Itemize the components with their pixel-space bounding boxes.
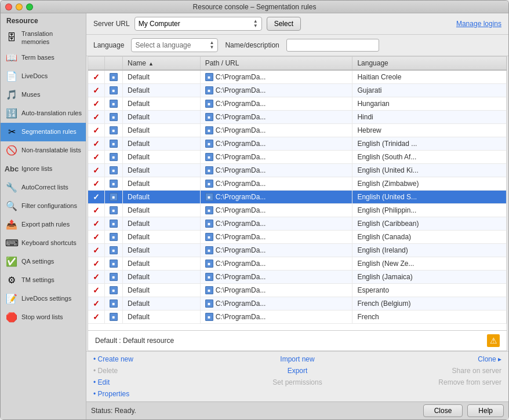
sidebar-item-autocorrect[interactable]: 🔧 AutoCorrect lists	[1, 178, 86, 197]
row-check: ✓	[88, 297, 105, 311]
language-dropdown[interactable]: Select a language ▲ ▼	[131, 38, 218, 52]
table-row[interactable]: ✓■Default■C:\ProgramDa...English (Jamaic…	[88, 271, 507, 284]
keyboard-icon: ⌨	[5, 237, 18, 250]
edit-link[interactable]: Edit	[93, 377, 230, 388]
sidebar-item-export-path[interactable]: 📤 Export path rules	[1, 216, 86, 234]
export-link[interactable]: Export	[230, 366, 366, 376]
row-check: ✓	[88, 111, 105, 124]
close-window-button[interactable]	[5, 3, 12, 10]
row-path: ■C:\ProgramDa...	[200, 97, 352, 111]
ignore-lists-icon: Abc	[5, 163, 18, 176]
table-row[interactable]: ✓■Default■C:\ProgramDa...English (Trinid…	[88, 137, 507, 151]
help-button[interactable]: Help	[467, 404, 504, 417]
sidebar-item-non-translatable[interactable]: 🚫 Non-translatable lists	[1, 141, 86, 160]
table-row[interactable]: ✓■Default■C:\ProgramDa...English (New Ze…	[88, 257, 507, 271]
remove-from-server-link[interactable]: Remove from server	[365, 377, 501, 388]
table-row[interactable]: ✓■Default■C:\ProgramDa...Gujarati	[88, 84, 507, 97]
row-name: Default	[123, 297, 201, 311]
file-icon: ■	[110, 86, 118, 94]
row-path: ■C:\ProgramDa...	[200, 124, 352, 137]
table-row[interactable]: ✓■Default■C:\ProgramDa...English (United…	[88, 164, 507, 177]
row-file-icon: ■	[105, 97, 123, 111]
share-on-server-link[interactable]: Share on server	[365, 366, 501, 376]
file-icon: ■	[110, 273, 118, 281]
segmentation-table: Name▲ Path / URL Language ✓■Default■C:\P…	[88, 56, 507, 331]
file-icon: ■	[110, 220, 118, 228]
file-icon: ■	[110, 140, 118, 148]
select-button[interactable]: Select	[267, 17, 301, 31]
check-mark-icon: ✓	[93, 192, 100, 202]
manage-logins-link[interactable]: Manage logins	[456, 20, 501, 28]
table-row[interactable]: ✓■Default■C:\ProgramDa...English (South …	[88, 151, 507, 164]
table-row[interactable]: ✓■Default■C:\ProgramDa...Haitian Creole	[88, 70, 507, 84]
file-icon: ■	[110, 73, 118, 81]
sidebar-item-muses[interactable]: 🎵 Muses	[1, 86, 86, 104]
row-name: Default	[123, 217, 201, 231]
row-file-icon: ■	[105, 244, 123, 257]
minimize-window-button[interactable]	[16, 3, 23, 10]
row-check: ✓	[88, 124, 105, 137]
table-row[interactable]: ✓■Default■C:\ProgramDa...Esperanto	[88, 284, 507, 297]
check-mark-icon: ✓	[93, 259, 100, 268]
maximize-window-button[interactable]	[26, 3, 33, 10]
row-path: ■C:\ProgramDa...	[200, 151, 352, 164]
row-language: Haitian Creole	[352, 70, 507, 84]
sidebar-item-qa-settings[interactable]: ✅ QA settings	[1, 253, 86, 271]
set-permissions-link[interactable]: Set permissions	[230, 377, 366, 388]
sidebar-item-ignore-lists[interactable]: Abc Ignore lists	[1, 160, 86, 178]
sidebar-item-tm-settings[interactable]: ⚙ TM settings	[1, 271, 86, 290]
sidebar-item-translation-memories[interactable]: 🗄 Translation memories	[1, 27, 86, 49]
table-row[interactable]: ✓■Default■C:\ProgramDa...French (Belgium…	[88, 297, 507, 311]
sidebar-item-label: Translation memories	[21, 30, 82, 46]
row-file-icon: ■	[105, 297, 123, 311]
sidebar-item-keyboard-shortcuts[interactable]: ⌨ Keyboard shortcuts	[1, 234, 86, 253]
row-language: English (Jamaica)	[352, 271, 507, 284]
properties-link[interactable]: Properties	[93, 389, 230, 399]
sidebar: Resource 🗄 Translation memories 📖 Term b…	[1, 13, 86, 419]
row-file-icon: ■	[105, 84, 123, 97]
delete-link[interactable]: Delete	[93, 366, 230, 376]
info-bar-text: Default : Default resource	[95, 337, 174, 345]
row-file-icon: ■	[105, 124, 123, 137]
check-mark-icon: ✓	[93, 179, 100, 188]
table-row[interactable]: ✓■Default■C:\ProgramDa...English (Zimbab…	[88, 177, 507, 191]
check-mark-icon: ✓	[93, 166, 100, 175]
row-name: Default	[123, 164, 201, 177]
sidebar-item-filter-config[interactable]: 🔍 Filter configurations	[1, 197, 86, 216]
row-language: English (United Ki...	[352, 164, 507, 177]
sidebar-item-stop-word-lists[interactable]: 🛑 Stop word lists	[1, 308, 86, 327]
row-language: English (Philippin...	[352, 204, 507, 217]
table-row[interactable]: ✓■Default■C:\ProgramDa...Hindi	[88, 111, 507, 124]
table-row[interactable]: ✓■Default■C:\ProgramDa...English (Caribb…	[88, 217, 507, 231]
content-area: Resource 🗄 Translation memories 📖 Term b…	[1, 13, 508, 419]
table-row[interactable]: ✓■Default■C:\ProgramDa...English (United…	[88, 191, 507, 204]
close-button[interactable]: Close	[423, 404, 463, 417]
table-row[interactable]: ✓■Default■C:\ProgramDa...English (Irelan…	[88, 244, 507, 257]
server-url-select[interactable]: My Computer ▲ ▼	[134, 17, 262, 31]
check-mark-icon: ✓	[93, 286, 100, 295]
sidebar-item-term-bases[interactable]: 📖 Term bases	[1, 49, 86, 67]
create-new-link[interactable]: Create new	[93, 354, 230, 364]
sidebar-item-label: LiveDocs	[21, 72, 48, 80]
sidebar-item-livedocs-settings[interactable]: 📝 LiveDocs settings	[1, 290, 86, 308]
table-row[interactable]: ✓■Default■C:\ProgramDa...English (Canada…	[88, 231, 507, 244]
muses-icon: 🎵	[5, 89, 18, 101]
import-new-link[interactable]: Import new	[230, 354, 366, 364]
table-row[interactable]: ✓■Default■C:\ProgramDa...Hebrew	[88, 124, 507, 137]
row-file-icon: ■	[105, 231, 123, 244]
row-file-icon: ■	[105, 271, 123, 284]
check-mark-icon: ✓	[93, 126, 100, 135]
sidebar-item-segmentation-rules[interactable]: ✂ Segmentation rules	[1, 123, 86, 141]
row-path: ■C:\ProgramDa...	[200, 271, 352, 284]
table-row[interactable]: ✓■Default■C:\ProgramDa...French	[88, 311, 507, 324]
sidebar-item-livedocs[interactable]: 📄 LiveDocs	[1, 67, 86, 86]
clone-link[interactable]: Clone ▸	[365, 354, 501, 364]
sidebar-item-label: Stop word lists	[21, 313, 63, 321]
name-desc-input[interactable]	[286, 39, 379, 52]
sidebar-item-auto-translation-rules[interactable]: 🔢 Auto-translation rules	[1, 104, 86, 123]
table-row[interactable]: ✓■Default■C:\ProgramDa...English (Philip…	[88, 204, 507, 217]
table-row[interactable]: ✓■Default■C:\ProgramDa...Hungarian	[88, 97, 507, 111]
col-name[interactable]: Name▲	[123, 57, 201, 70]
row-file-icon: ■	[105, 151, 123, 164]
file-icon: ■	[110, 313, 118, 321]
